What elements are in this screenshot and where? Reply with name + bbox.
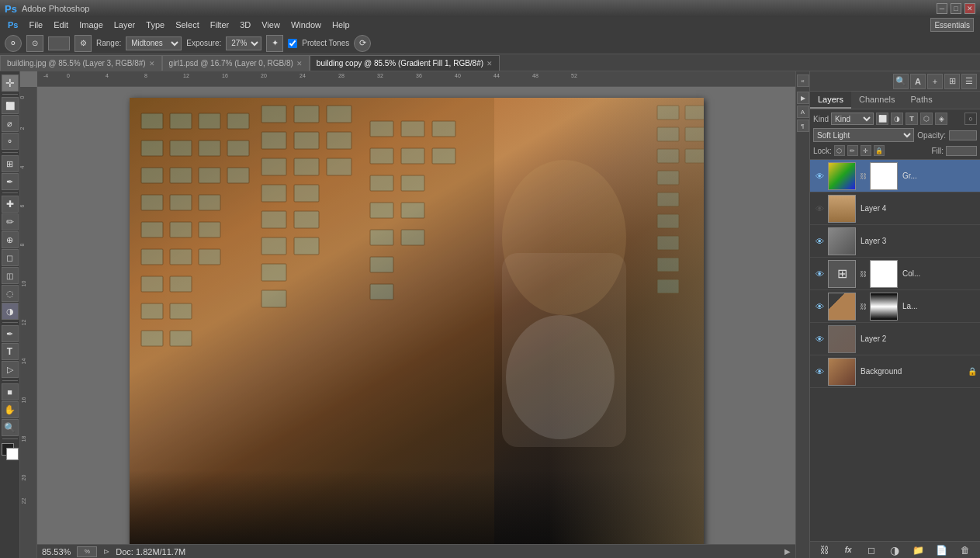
tab-paths[interactable]: Paths [903, 92, 940, 109]
type-tool[interactable]: T [2, 343, 19, 360]
menu-ps[interactable]: Ps [3, 19, 23, 31]
healing-tool[interactable]: ✚ [2, 196, 19, 213]
lasso-tool[interactable]: ⌀ [2, 115, 19, 132]
layer-link-la[interactable]: ⛓ [858, 303, 867, 310]
gradient-tool[interactable]: ◫ [2, 267, 19, 284]
menu-image[interactable]: Image [74, 19, 108, 31]
layer-vis-4[interactable]: 👁 [813, 203, 826, 215]
layer-link-gradient[interactable]: ⛓ [858, 172, 867, 180]
delete-layer-btn[interactable]: 🗑 [958, 543, 972, 557]
quick-select-tool[interactable]: ⚬ [2, 133, 19, 150]
layer-filter-toggle[interactable]: ○ [964, 113, 977, 125]
kind-select[interactable]: Kind [831, 113, 874, 125]
menu-layer[interactable]: Layer [109, 19, 140, 31]
layer-fx-btn[interactable]: fx [841, 543, 855, 557]
lock-paint-btn[interactable]: ✏ [847, 145, 858, 156]
pen-tool[interactable]: ✒ [2, 325, 19, 342]
tab-layers[interactable]: Layers [810, 92, 851, 109]
zoom-tool[interactable]: 🔍 [2, 419, 19, 436]
blur-tool[interactable]: ◌ [2, 285, 19, 302]
status-arrow[interactable]: ▶ [784, 547, 791, 556]
range-select[interactable]: Midtones Shadows Highlights [126, 36, 182, 50]
panel-collapse-icon[interactable]: « [797, 75, 809, 87]
layer-link-color[interactable]: ⛓ [858, 270, 867, 278]
zoom-percentage-box[interactable]: % [77, 546, 97, 557]
menu-filter[interactable]: Filter [206, 19, 234, 31]
panel-icon-2[interactable]: A [797, 106, 809, 118]
airbrush-icon[interactable]: ✦ [266, 35, 283, 52]
layer-filter-smart-icon[interactable]: ◈ [935, 113, 947, 125]
essentials-btn[interactable]: Essentials [930, 18, 974, 32]
layer-item-gradient[interactable]: 👁 ⛓ Gr... [810, 160, 980, 192]
menu-type[interactable]: Type [141, 19, 169, 31]
doctab-building-copy[interactable]: building copy @ 85.5% (Gradient Fill 1, … [310, 55, 500, 71]
layer-item-4[interactable]: 👁 Layer 4 [810, 192, 980, 225]
panel-search-icon[interactable]: 🔍 [893, 74, 909, 89]
layer-item-bg[interactable]: 👁 Background 🔒 [810, 355, 980, 388]
doctab-girl-close[interactable]: ✕ [296, 60, 303, 68]
add-mask-btn[interactable]: ◻ [864, 543, 878, 557]
brush-tool-icon[interactable]: ⚬ [5, 35, 22, 52]
layer-vis-la[interactable]: 👁 [813, 300, 826, 313]
layer-filter-pixel-icon[interactable]: ⬜ [876, 113, 888, 125]
layer-vis-gradient[interactable]: 👁 [813, 170, 826, 182]
brush-size-input[interactable]: 70 [48, 36, 70, 50]
menu-select[interactable]: Select [171, 19, 204, 31]
panel-icon-a[interactable]: A [910, 74, 926, 89]
layer-item-color[interactable]: 👁 ⊞ ⛓ Col... [810, 258, 980, 290]
doctab-girl[interactable]: girl1.psd @ 16.7% (Layer 0, RGB/8) ✕ [162, 55, 310, 71]
menu-view[interactable]: View [257, 19, 285, 31]
background-color[interactable] [6, 448, 19, 460]
brush-settings-icon[interactable]: ⚙ [74, 35, 92, 52]
link-layers-btn[interactable]: ⛓ [818, 543, 832, 557]
menu-file[interactable]: File [24, 19, 47, 31]
navigate-icon[interactable]: ⊳ [103, 547, 109, 556]
path-select-tool[interactable]: ▷ [2, 361, 19, 378]
brush-tool[interactable]: ✏ [2, 213, 19, 230]
restore-btn[interactable]: □ [951, 3, 961, 14]
new-layer-btn[interactable]: 📄 [935, 543, 949, 557]
opacity-input[interactable]: 33% [949, 130, 977, 140]
brush-size-icon[interactable]: ⊙ [26, 35, 43, 52]
panel-list-icon[interactable]: ☰ [961, 74, 977, 89]
eyedropper-tool[interactable]: ✒ [2, 173, 19, 190]
fill-input[interactable]: 100% [946, 146, 977, 156]
exposure-select[interactable]: 27% [226, 36, 261, 50]
extra-tool-icon[interactable]: ⟳ [354, 35, 371, 52]
panel-icon-1[interactable]: ▶ [797, 92, 809, 104]
lock-all-btn[interactable]: 🔒 [874, 145, 885, 156]
layer-vis-3[interactable]: 👁 [813, 235, 826, 248]
panel-new-icon[interactable]: + [927, 74, 943, 89]
new-fill-btn[interactable]: ◑ [888, 543, 902, 557]
menu-window[interactable]: Window [286, 19, 326, 31]
dodge-tool[interactable]: ◑ [2, 303, 19, 320]
menu-3d[interactable]: 3D [235, 19, 255, 31]
panel-grid-icon[interactable]: ⊞ [944, 74, 960, 89]
clone-tool[interactable]: ⊕ [2, 231, 19, 248]
layer-item-3[interactable]: 👁 Layer 3 [810, 225, 980, 258]
minimize-btn[interactable]: ─ [937, 3, 947, 14]
canvas-container[interactable] [37, 87, 795, 558]
layer-item-la[interactable]: 👁 ⛓ La... [810, 290, 980, 323]
blend-mode-select[interactable]: Soft Light Normal Multiply [813, 128, 914, 142]
layer-filter-shape-icon[interactable]: ⬡ [920, 113, 933, 125]
new-group-btn[interactable]: 📁 [912, 543, 926, 557]
hand-tool[interactable]: ✋ [2, 401, 19, 418]
shape-tool[interactable]: ■ [2, 383, 19, 400]
move-tool[interactable]: ✛ [2, 75, 19, 92]
doctab-building-copy-close[interactable]: ✕ [487, 60, 493, 68]
protect-tones-checkbox[interactable] [288, 39, 297, 48]
eraser-tool[interactable]: ◻ [2, 249, 19, 266]
doctab-building-close[interactable]: ✕ [149, 60, 155, 68]
close-btn[interactable]: ✕ [964, 3, 975, 14]
lock-transparent-btn[interactable]: ⬡ [834, 145, 845, 156]
menu-edit[interactable]: Edit [49, 19, 73, 31]
layer-vis-bg[interactable]: 👁 [813, 366, 826, 378]
layer-item-2[interactable]: 👁 Layer 2 [810, 323, 980, 355]
layer-filter-type-icon[interactable]: T [906, 113, 918, 125]
layer-vis-2[interactable]: 👁 [813, 333, 826, 345]
doctab-building[interactable]: building.jpg @ 85.5% (Layer 3, RGB/8#) ✕ [0, 55, 162, 71]
marquee-tool[interactable]: ⬜ [2, 97, 19, 114]
tab-channels[interactable]: Channels [851, 92, 902, 109]
lock-position-btn[interactable]: ✛ [861, 145, 871, 156]
